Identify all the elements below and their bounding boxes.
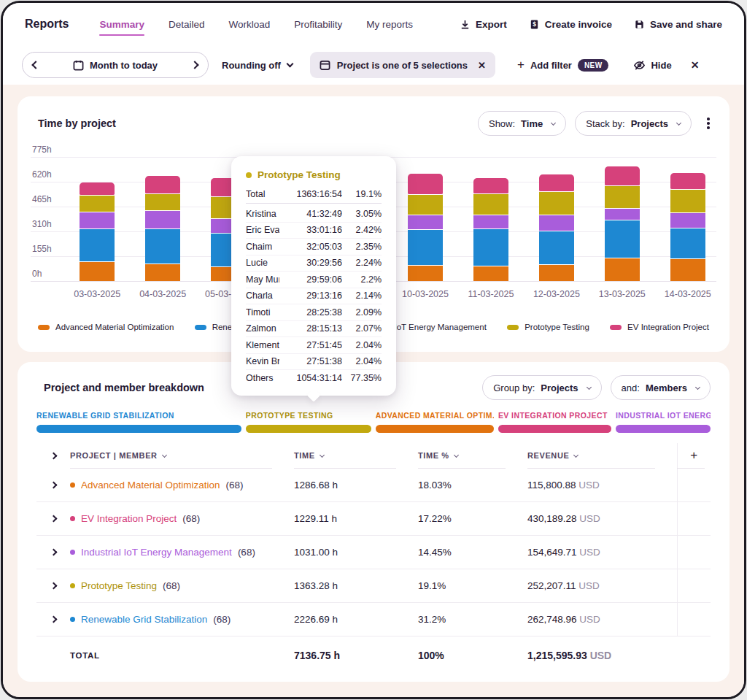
- project-dot: [70, 516, 75, 521]
- bar-segment-olive: [145, 194, 180, 211]
- table-row-purple[interactable]: Industrial IoT Energy Management(68)1031…: [36, 536, 711, 569]
- table-row-olive[interactable]: Prototype Testing(68)1363.28 h19.1%252,2…: [36, 569, 711, 603]
- bar-segment-olive: [80, 196, 115, 212]
- table-row-pink[interactable]: EV Integration Project(68)1229.11 h17.22…: [36, 502, 711, 536]
- project-dot: [70, 482, 75, 488]
- project-name: Advanced Material Optimization: [81, 480, 220, 491]
- and-dropdown[interactable]: and: Members: [611, 375, 711, 400]
- x-axis-label-14-03-2025: 14-03-2025: [665, 289, 711, 299]
- breakdown-card: Project and member breakdown Group by: P…: [18, 362, 729, 682]
- revenue-cell: 430,189.28 USD: [527, 513, 677, 524]
- tab-detailed[interactable]: Detailed: [169, 15, 205, 34]
- x-axis-label-13-03-2025: 13-03-2025: [599, 289, 646, 299]
- bar-segment-purple: [145, 211, 180, 229]
- bar-segment-blue: [539, 231, 574, 265]
- expand-row-icon[interactable]: [36, 583, 70, 588]
- svg-text:$: $: [533, 20, 536, 28]
- remove-filter-icon[interactable]: ✕: [478, 60, 486, 71]
- breakdown-title: Project and member breakdown: [44, 382, 204, 393]
- total-time-pct: 100%: [418, 650, 527, 661]
- rounding-dropdown[interactable]: Rounding off: [222, 60, 293, 71]
- legend-item-orange[interactable]: Advanced Material Optimization: [38, 323, 174, 331]
- expand-all-button[interactable]: [36, 453, 70, 458]
- tab-workload[interactable]: Workload: [229, 15, 271, 34]
- legend-swatch-olive: [507, 325, 519, 330]
- date-range-picker[interactable]: Month to today: [22, 52, 209, 78]
- bar-03-03-2025[interactable]: [80, 182, 115, 281]
- project-filter-chip[interactable]: Project is one of 5 selections ✕: [310, 52, 495, 78]
- table-row-blue[interactable]: Renewable Grid Stabilization(68)2226.69 …: [36, 603, 711, 636]
- export-button[interactable]: Export: [460, 19, 507, 30]
- expand-row-icon[interactable]: [36, 516, 70, 521]
- stack-by-dropdown[interactable]: Stack by: Projects: [575, 111, 692, 136]
- revenue-header-label: REVENUE: [527, 451, 569, 460]
- bar-segment-purple: [473, 215, 508, 229]
- expand-row-icon[interactable]: [36, 550, 70, 555]
- distribution-segment-orange[interactable]: ADVANCED MATERIAL OPTIM...: [376, 411, 494, 433]
- bar-segment-pink: [539, 174, 574, 192]
- table-header-underline: [36, 468, 711, 469]
- x-axis-label-04-03-2025: 04-03-2025: [139, 289, 186, 299]
- bar-segment-olive: [473, 194, 508, 215]
- bar-segment-olive: [408, 195, 443, 215]
- add-filter-button[interactable]: + Add filter NEW: [517, 58, 609, 72]
- bar-segment-purple: [670, 213, 705, 228]
- distribution-segment-blue[interactable]: RENEWABLE GRID STABILIZATION: [36, 411, 241, 433]
- hide-button[interactable]: Hide: [633, 59, 671, 72]
- invoice-icon: $: [529, 19, 540, 30]
- revenue-cell: 262,748.96 USD: [527, 614, 677, 625]
- project-dot: [70, 550, 75, 555]
- table-row-orange[interactable]: Advanced Material Optimization(68)1286.6…: [36, 469, 711, 502]
- add-column-button[interactable]: +: [677, 443, 711, 468]
- bar-04-03-2025[interactable]: [145, 176, 180, 281]
- project-dot: [70, 617, 75, 622]
- distribution-segment-olive[interactable]: PROTOTYPE TESTING: [246, 411, 371, 433]
- create-invoice-button[interactable]: $Create invoice: [529, 19, 612, 30]
- tooltip-row-eric-evans: Eric Evans33:01:162.42%: [246, 223, 382, 239]
- chevron-down-icon: [695, 384, 700, 389]
- chart-tooltip: Prototype Testing Total1363:16:5419.1%Kr…: [231, 156, 396, 396]
- tab-my-reports[interactable]: My reports: [366, 15, 413, 34]
- time-pct-cell: 31.2%: [418, 614, 527, 625]
- legend-item-pink[interactable]: EV Integration Project: [610, 323, 709, 331]
- bar-12-03-2025[interactable]: [539, 174, 574, 281]
- tab-summary[interactable]: Summary: [99, 15, 144, 34]
- project-cell: Renewable Grid Stabilization(68): [70, 614, 294, 625]
- bar-segment-pink: [473, 178, 508, 194]
- bar-11-03-2025[interactable]: [473, 178, 508, 281]
- distribution-segment-pink[interactable]: EV INTEGRATION PROJECT: [498, 411, 611, 433]
- prev-period-icon[interactable]: [31, 61, 39, 69]
- y-axis-label-155h: 155h: [32, 244, 52, 254]
- column-header-time-pct[interactable]: TIME %: [418, 451, 527, 460]
- chart-menu-button[interactable]: [700, 115, 716, 131]
- chevron-down-icon: [551, 120, 556, 125]
- distribution-segment-purple[interactable]: INDUSTRIAL IOT ENERG...: [616, 411, 711, 433]
- column-header-revenue[interactable]: REVENUE: [527, 451, 677, 460]
- member-count: (68): [226, 480, 244, 491]
- column-header-project[interactable]: PROJECT | MEMBER: [70, 451, 294, 460]
- expand-row-icon[interactable]: [36, 617, 70, 622]
- time-cell: 2226.69 h: [294, 614, 418, 625]
- table-header: PROJECT | MEMBER TIME TIME % REVENUE +: [36, 443, 711, 468]
- group-by-dropdown[interactable]: Group by: Projects: [482, 375, 601, 400]
- bar-13-03-2025[interactable]: [605, 166, 640, 281]
- expand-row-icon[interactable]: [36, 482, 70, 488]
- bar-14-03-2025[interactable]: [670, 173, 705, 281]
- save-and-share-button[interactable]: Save and share: [634, 19, 722, 30]
- project-name: Renewable Grid Stabilization: [81, 614, 207, 625]
- tooltip-row-total: Total1363:16:5419.1%: [246, 185, 382, 204]
- next-period-icon[interactable]: [190, 61, 198, 69]
- revenue-cell: 154,649.71 USD: [527, 547, 677, 558]
- page-title: Reports: [25, 18, 69, 31]
- tab-profitability[interactable]: Profitability: [294, 15, 342, 34]
- show-dropdown[interactable]: Show: Time: [478, 111, 566, 136]
- close-filters-icon[interactable]: ✕: [691, 59, 700, 71]
- bar-10-03-2025[interactable]: [408, 174, 443, 281]
- tooltip-row-kristina: Kristina41:32:493.05%: [246, 206, 382, 223]
- tooltip-rows: Total1363:16:5419.1%Kristina41:32:493.05…: [246, 185, 382, 387]
- legend-item-olive[interactable]: Prototype Testing: [507, 323, 589, 331]
- y-axis-label-775h: 775h: [32, 145, 52, 155]
- revenue-cell: 115,800.88 USD: [527, 480, 677, 491]
- table-total-row: TOTAL 7136.75 h 100% 1,215,595.93 USD: [36, 636, 711, 674]
- column-header-time[interactable]: TIME: [294, 451, 418, 460]
